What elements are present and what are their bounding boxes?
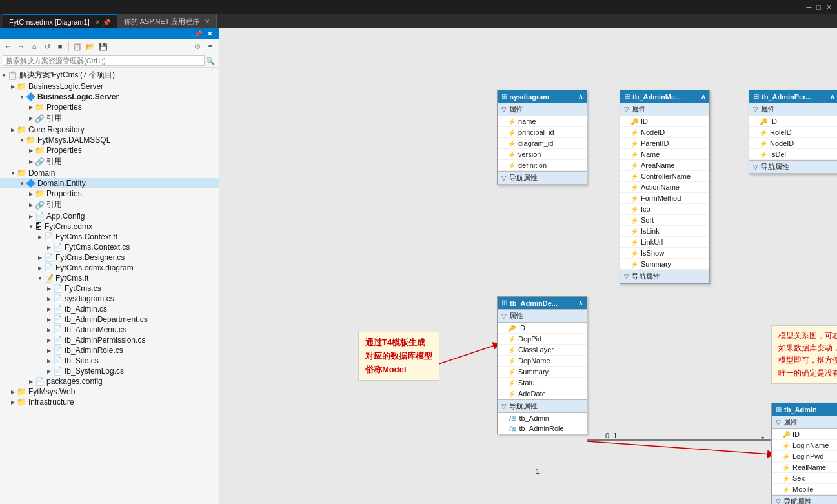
field-icon: ⚡ [508, 379, 516, 387]
tree-label-6: FytMsys.DALMSSQL [37, 136, 110, 145]
tree-item-30[interactable]: ▶📁FytMsys.Web [0, 387, 219, 397]
tree-icon-17: 📄 [44, 253, 54, 262]
open-file-btn[interactable]: 📂 [85, 41, 96, 52]
tree-icon-30: 📁 [17, 387, 26, 396]
tab-diagram[interactable]: FytCms.edmx [Diagram1] ✕ 📌 [3, 14, 117, 28]
pin-btn[interactable]: 📌 [193, 30, 203, 37]
tree-item-25[interactable]: ▶📄tb_AdminPermission.cs [0, 335, 219, 345]
attr-name: ID [641, 117, 648, 125]
entity-header-tb_Admin[interactable]: ⊞tb_Admin∧ [772, 403, 837, 416]
tree-icon-28: 📄 [53, 367, 63, 376]
attr-name: name [518, 117, 536, 125]
tree-item-16[interactable]: ▶📄FytCms.Context.cs [0, 242, 219, 252]
tab-close-diagram[interactable]: ✕ [95, 19, 100, 26]
tree-item-29[interactable]: ▶📄packages.config [0, 376, 219, 387]
attr-name: AreaName [641, 161, 675, 169]
tree-item-26[interactable]: ▶📄tb_AdminRole.cs [0, 345, 219, 356]
attr-row-tb_AdminMenu-4: ⚡AreaName [620, 160, 709, 171]
entity-header-tb_AdminDe[interactable]: ⊞tb_AdminDe...∧ [498, 297, 587, 309]
forward-btn[interactable]: → [15, 41, 27, 52]
attr-name: IsShow [641, 249, 664, 257]
tree-item-6[interactable]: ▼📁FytMsys.DALMSSQL [0, 135, 219, 145]
attr-name: ID [518, 324, 525, 332]
tree-item-0[interactable]: ▼📋解决方案'FytCms'(7 个项目) [0, 69, 219, 81]
tree-icon-8: 🔗 [35, 157, 45, 166]
tree-item-11[interactable]: ▶📁Properties [0, 188, 219, 199]
collapse-btn-tb_AdminMenu[interactable]: ∧ [701, 93, 705, 100]
more-btn[interactable]: ≡ [205, 41, 216, 52]
collapse-btn-tb_AdminDe[interactable]: ∧ [578, 299, 583, 307]
key-icon: 🔑 [630, 118, 638, 125]
tree-item-24[interactable]: ▶📄tb_AdminMenu.cs [0, 325, 219, 335]
tree-item-27[interactable]: ▶📄tb_Site.cs [0, 356, 219, 366]
search-icon: 🔍 [205, 57, 216, 65]
tree-item-28[interactable]: ▶📄tb_SystemLog.cs [0, 366, 219, 376]
tree-item-13[interactable]: ▶📄App.Config [0, 211, 219, 221]
collapse-btn-tb_AdminPer[interactable]: ∧ [830, 93, 834, 100]
tree-item-9[interactable]: ▼📁Domain [0, 168, 219, 178]
tree-item-3[interactable]: ▶📁Properties [0, 102, 219, 112]
save-btn[interactable]: 💾 [97, 41, 109, 52]
panel-header-buttons: 📌 ✕ [193, 30, 214, 37]
diagram-panel[interactable]: 通过T4模板生成对应的数据库模型俗称Model 模型关系图，可右击删除如果数据库… [219, 28, 837, 504]
search-input[interactable] [3, 55, 205, 66]
tree-item-2[interactable]: ▼🔷BusinessLogic.Server [0, 92, 219, 102]
field-icon: ⚡ [508, 151, 516, 158]
tree-item-1[interactable]: ▶📁BusinessLogic.Server [0, 81, 219, 92]
attr-row-tb_AdminMenu-7: ⚡FormMethod [620, 193, 709, 204]
tree-item-12[interactable]: ▶🔗引用 [0, 199, 219, 211]
attr-name: RealName [792, 463, 826, 471]
home-btn[interactable]: ⌂ [28, 41, 40, 52]
tab-close-aspnet[interactable]: ✕ [205, 18, 210, 25]
tree-icon-5: 📁 [17, 125, 26, 134]
field-icon: ⚡ [760, 129, 767, 136]
section-nav-sysdiagram: ▽导航属性 [498, 171, 587, 185]
tree-label-24: tb_AdminMenu.cs [65, 325, 126, 334]
tree-item-7[interactable]: ▶📁Properties [0, 145, 219, 156]
stop-btn[interactable]: ■ [54, 41, 66, 52]
tree-item-14[interactable]: ▼🗄FytCms.edmx [0, 221, 219, 232]
tree-label-26: tb_AdminRole.cs [65, 346, 123, 355]
tree-icon-16: 📄 [53, 243, 63, 252]
collapse-btn-sysdiagram[interactable]: ∧ [578, 93, 583, 100]
tab-pin[interactable]: 📌 [103, 19, 110, 26]
tree-item-4[interactable]: ▶🔗引用 [0, 112, 219, 125]
tree-item-31[interactable]: ▶📁Infrastructure [0, 397, 219, 407]
refresh-btn[interactable]: ↺ [41, 41, 53, 52]
tree-icon-7: 📁 [35, 146, 45, 155]
key-icon: 🔑 [760, 118, 767, 125]
field-icon: ⚡ [630, 184, 638, 191]
entity-header-tb_AdminMenu[interactable]: ⊞tb_AdminMe...∧ [620, 90, 709, 103]
field-icon: ⚡ [630, 228, 638, 235]
tree-item-23[interactable]: ▶📄tb_AdminDepartment.cs [0, 314, 219, 325]
tree-item-15[interactable]: ▶📄FytCms.Context.tt [0, 232, 219, 242]
tree-item-10[interactable]: ▼🔷Domain.Entity [0, 178, 219, 188]
field-icon: ⚡ [630, 261, 638, 268]
tree-item-8[interactable]: ▶🔗引用 [0, 156, 219, 168]
tree-item-18[interactable]: ▶📄FytCms.edmx.diagram [0, 263, 219, 273]
entity-header-tb_AdminPer[interactable]: ⊞tb_AdminPer...∧ [749, 90, 837, 103]
tree-icon-6: 📁 [26, 136, 35, 145]
tab-aspnet[interactable]: 你的 ASP.NET 应用程序 ✕ [117, 14, 217, 28]
window-controls: ─ □ ✕ [807, 3, 832, 12]
close-panel-btn[interactable]: ✕ [206, 30, 214, 37]
entity-header-sysdiagram[interactable]: ⊞sysdiagram∧ [498, 90, 587, 103]
tree-item-19[interactable]: ▼📝FytCms.tt [0, 273, 219, 283]
back-btn[interactable]: ← [3, 41, 14, 52]
entity-title-tb_AdminDe: tb_AdminDe... [510, 299, 558, 307]
tree-item-20[interactable]: ▶📄FytCms.cs [0, 283, 219, 294]
tree-label-18: FytCms.edmx.diagram [55, 263, 134, 272]
tree-label-0: 解决方案'FytCms'(7 个项目) [19, 70, 115, 81]
attr-row-tb_AdminDe-5: ⚡Statu [498, 378, 587, 388]
tree-label-21: sysdiagram.cs [65, 294, 114, 303]
new-solution-btn[interactable]: 📋 [72, 41, 83, 52]
entity-icon-sysdiagram: ⊞ [501, 92, 507, 101]
attr-row-tb_AdminDe-0: 🔑ID [498, 323, 587, 334]
tree-item-17[interactable]: ▶📄FytCms.Designer.cs [0, 252, 219, 263]
attr-row-tb_AdminMenu-1: ⚡NodeID [620, 127, 709, 138]
tree-item-22[interactable]: ▶📄tb_Admin.cs [0, 304, 219, 314]
tree-item-21[interactable]: ▶📄sysdiagram.cs [0, 294, 219, 304]
tree-item-5[interactable]: ▶📁Core.Repository [0, 125, 219, 135]
settings-btn[interactable]: ⚙ [192, 41, 203, 52]
field-icon: ⚡ [630, 162, 638, 169]
